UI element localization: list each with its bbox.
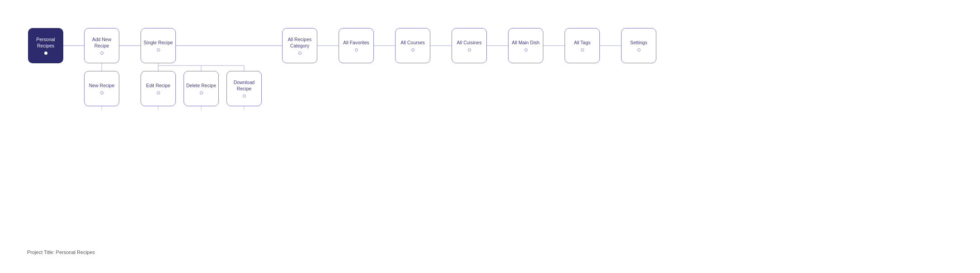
node-all-recipes-category-dot	[298, 52, 302, 55]
node-root-dot	[44, 52, 47, 55]
node-single-recipe-dot	[157, 48, 160, 52]
node-new-recipe-label: New Recipe	[89, 83, 115, 89]
node-download-recipe[interactable]: Download Recipe	[226, 71, 262, 106]
node-edit-recipe[interactable]: Edit Recipe	[141, 71, 176, 106]
node-all-courses-label: All Courses	[400, 40, 425, 46]
node-all-favorites[interactable]: All Favorites	[339, 28, 374, 63]
node-all-cuisines[interactable]: All Cuisines	[452, 28, 487, 63]
node-all-favorites-dot	[355, 48, 358, 52]
node-all-tags[interactable]: All Tags	[565, 28, 600, 63]
node-all-main-dish-dot	[524, 48, 528, 52]
node-all-courses-dot	[411, 48, 415, 52]
node-personal-recipes-label: Personal Recipes	[29, 37, 62, 49]
node-new-recipe-dot	[100, 91, 104, 94]
project-title-footer: Project Title: Personal Recipes	[27, 249, 95, 255]
node-delete-recipe[interactable]: Delete Recipe	[184, 71, 219, 106]
node-all-main-dish[interactable]: All Main Dish	[508, 28, 543, 63]
node-all-favorites-label: All Favorites	[343, 40, 369, 46]
node-settings-label: Settings	[630, 40, 647, 46]
node-all-main-dish-label: All Main Dish	[512, 40, 539, 46]
node-edit-recipe-dot	[157, 91, 160, 94]
node-all-recipes-category[interactable]: All Recipes Category	[282, 28, 317, 63]
node-single-recipe-label: Single Recipe	[144, 40, 173, 46]
node-download-recipe-dot	[243, 94, 246, 98]
node-download-recipe-label: Download Recipe	[227, 80, 261, 92]
node-all-courses[interactable]: All Courses	[395, 28, 430, 63]
node-delete-recipe-label: Delete Recipe	[186, 83, 216, 89]
node-personal-recipes[interactable]: Personal Recipes	[28, 28, 63, 63]
node-all-cuisines-label: All Cuisines	[457, 40, 482, 46]
node-all-recipes-category-label: All Recipes Category	[283, 37, 317, 49]
node-edit-recipe-label: Edit Recipe	[146, 83, 170, 89]
node-add-new-recipe[interactable]: Add New Recipe	[84, 28, 119, 63]
project-title-value: Personal Recipes	[56, 249, 95, 255]
node-add-new-recipe-dot	[100, 52, 104, 55]
node-all-tags-dot	[581, 48, 584, 52]
node-add-new-recipe-label: Add New Recipe	[85, 37, 119, 49]
node-new-recipe[interactable]: New Recipe	[84, 71, 119, 106]
node-delete-recipe-dot	[200, 91, 203, 94]
node-single-recipe[interactable]: Single Recipe	[141, 28, 176, 63]
node-all-tags-label: All Tags	[574, 40, 591, 46]
project-title-label: Project Title:	[27, 249, 55, 255]
node-all-cuisines-dot	[468, 48, 471, 52]
node-settings-dot	[637, 48, 641, 52]
node-settings[interactable]: Settings	[621, 28, 656, 63]
